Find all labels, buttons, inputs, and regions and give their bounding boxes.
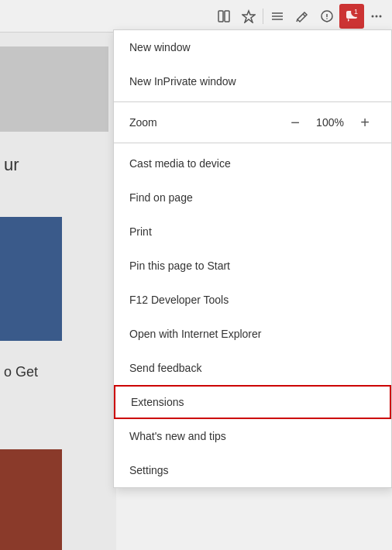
menu-item-label: New InPrivate window bbox=[129, 75, 236, 88]
menu-item-label: New window bbox=[129, 41, 191, 53]
toolbar-separator-1 bbox=[263, 9, 263, 24]
menu-item-label: Settings bbox=[129, 464, 169, 476]
menu-item-settings[interactable]: Settings bbox=[114, 453, 391, 487]
page-background: ur o Get bbox=[0, 0, 116, 550]
menu-divider-2 bbox=[114, 143, 391, 143]
svg-rect-0 bbox=[218, 11, 223, 22]
menu-item-label: Cast media to device bbox=[129, 157, 231, 170]
svg-marker-2 bbox=[242, 11, 255, 22]
menu-item-label: Open with Internet Explorer bbox=[129, 328, 261, 340]
notification-badge: 1 bbox=[351, 7, 361, 17]
menu-item-find-on-page[interactable]: Find on page bbox=[114, 180, 391, 215]
menu-item-label: Print bbox=[129, 225, 152, 238]
svg-line-6 bbox=[303, 14, 305, 16]
menu-item-new-inprivate-window[interactable]: New InPrivate window bbox=[114, 64, 391, 98]
context-menu: New window New InPrivate window Zoom − 1… bbox=[113, 29, 392, 488]
favorites-icon[interactable] bbox=[236, 4, 261, 29]
feedback-button[interactable]: 1 bbox=[339, 4, 364, 29]
web-notes-icon[interactable] bbox=[290, 4, 315, 29]
zoom-row: Zoom − 100% + bbox=[114, 105, 391, 139]
reading-list-icon[interactable] bbox=[265, 4, 290, 29]
menu-item-label: Find on page bbox=[129, 191, 193, 204]
menu-item-label: Extensions bbox=[131, 396, 184, 408]
bg-text-1: ur bbox=[4, 155, 19, 175]
bg-text-2: o Get bbox=[4, 364, 38, 380]
menu-item-print[interactable]: Print bbox=[114, 215, 391, 249]
svg-point-12 bbox=[376, 15, 378, 17]
svg-line-7 bbox=[297, 19, 297, 22]
menu-item-extensions[interactable]: Extensions bbox=[114, 385, 391, 419]
zoom-controls: − 100% + bbox=[284, 112, 376, 133]
reading-view-icon[interactable] bbox=[211, 4, 236, 29]
svg-point-9 bbox=[326, 18, 328, 19]
zoom-decrease-button[interactable]: − bbox=[284, 112, 306, 133]
menu-item-pin-to-start[interactable]: Pin this page to Start bbox=[114, 249, 391, 283]
menu-item-label: What's new and tips bbox=[129, 430, 226, 442]
svg-point-11 bbox=[372, 15, 374, 17]
zoom-increase-button[interactable]: + bbox=[354, 112, 376, 133]
bg-image-2 bbox=[0, 217, 62, 341]
menu-item-label: Send feedback bbox=[129, 362, 201, 374]
menu-item-open-ie[interactable]: Open with Internet Explorer bbox=[114, 317, 391, 351]
menu-divider-1 bbox=[114, 101, 391, 102]
svg-rect-1 bbox=[225, 11, 229, 22]
menu-item-new-window[interactable]: New window bbox=[114, 30, 391, 64]
hub-icon[interactable] bbox=[315, 4, 339, 29]
svg-point-13 bbox=[380, 15, 382, 17]
bg-image-3 bbox=[0, 449, 62, 550]
menu-item-label: Pin this page to Start bbox=[129, 260, 230, 272]
menu-item-cast-media[interactable]: Cast media to device bbox=[114, 146, 391, 180]
menu-item-send-feedback[interactable]: Send feedback bbox=[114, 351, 391, 385]
menu-item-whats-new[interactable]: What's new and tips bbox=[114, 419, 391, 453]
zoom-label: Zoom bbox=[129, 116, 157, 129]
menu-item-f12-tools[interactable]: F12 Developer Tools bbox=[114, 283, 391, 317]
browser-toolbar: 1 bbox=[0, 0, 392, 33]
bg-image-1 bbox=[0, 46, 108, 132]
menu-item-label: F12 Developer Tools bbox=[129, 294, 229, 306]
more-actions-icon[interactable] bbox=[364, 4, 389, 29]
zoom-value: 100% bbox=[315, 116, 345, 129]
